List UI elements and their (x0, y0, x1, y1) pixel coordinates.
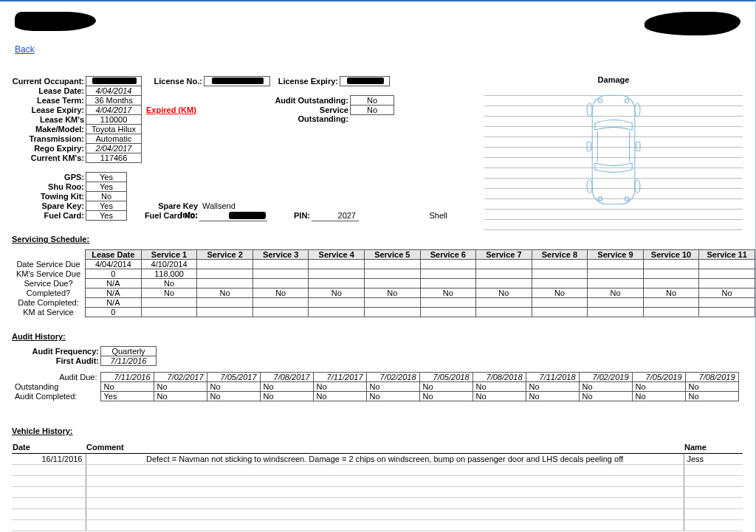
label-fuel-card: Fuel Card: (12, 211, 86, 221)
value-audit-outstanding: No (350, 95, 394, 106)
svg-rect-0 (592, 95, 635, 204)
value-lease-expiry: 4/04/2017 (86, 105, 142, 115)
value-pin: 2027 (312, 211, 359, 221)
svg-rect-11 (587, 142, 591, 151)
label-transmission: Transmission: (12, 134, 86, 144)
value-fuel-card: Yes (86, 210, 127, 221)
svg-point-7 (598, 99, 602, 103)
label-audit-freq: Audit Frequency: (12, 347, 100, 356)
label-fuel-card-no: Fuel Card No: (140, 211, 199, 221)
value-audit-freq: Quarterly (100, 346, 157, 356)
label-audit-outstanding: Audit Outstanding: (273, 96, 350, 106)
value-make-model: Toyota Hilux (86, 124, 142, 134)
label-license-no: License No.: (152, 77, 204, 86)
value-current-occupant (86, 76, 142, 86)
label-spare-key-info: Spare Key Info: (140, 201, 199, 211)
svg-point-4 (635, 103, 640, 117)
value-current-kms: 117466 (86, 153, 142, 163)
car-diagram-icon (580, 90, 647, 210)
value-towing-kit: No (86, 191, 127, 201)
svg-point-8 (625, 99, 628, 103)
label-license-expiry: License Expiry: (273, 77, 340, 86)
label-rego-expiry: Rego Expiry: (12, 144, 86, 153)
audit-title: Audit History: (12, 332, 739, 341)
value-spare-key: Yes (86, 201, 127, 211)
value-fuel-provider: Shell (359, 211, 447, 221)
value-lease-kms: 110000 (86, 114, 142, 125)
label-current-kms: Current KM's: (12, 153, 86, 163)
value-gps: Yes (86, 172, 127, 182)
value-license-expiry (340, 76, 390, 86)
value-lease-date: 4/04/2014 (86, 86, 142, 96)
svg-point-6 (635, 180, 640, 193)
label-towing-kit: Towing Kit: (12, 192, 86, 201)
svg-point-9 (598, 197, 602, 201)
servicing-title: Servicing Schedule: (12, 235, 755, 243)
value-license-no (204, 76, 270, 86)
vehicle-history-title: Vehicle History: (12, 426, 743, 435)
svg-rect-12 (636, 142, 640, 151)
value-transmission: Automatic (86, 134, 142, 144)
value-lease-term: 36 Months (86, 95, 142, 106)
value-shu-roo: Yes (86, 182, 127, 192)
value-service-outstanding: No (350, 105, 394, 115)
value-first-audit: 7/11/2016 (100, 356, 157, 366)
value-fuel-card-no (199, 211, 267, 221)
label-lease-term: Lease Term: (12, 96, 86, 106)
svg-point-10 (625, 197, 628, 201)
label-service-outstanding: Service Outstanding: (273, 106, 350, 115)
servicing-grid: Lease DateService 1Service 2Service 3Ser… (12, 249, 755, 317)
label-shu-roo: Shu Roo: (12, 182, 86, 192)
label-lease-kms: Lease KM's (12, 115, 86, 125)
label-lease-expiry: Lease Expiry: (12, 106, 86, 115)
label-first-audit: First Audit: (12, 356, 100, 366)
label-gps: GPS: (12, 173, 86, 182)
label-pin: PIN: (267, 211, 312, 221)
label-lease-date: Lease Date: (12, 86, 86, 96)
redacted-logo-right (645, 12, 740, 35)
svg-point-5 (587, 180, 592, 193)
label-current-occupant: Current Occupant: (12, 77, 86, 86)
svg-point-3 (587, 103, 592, 117)
value-rego-expiry: 2/04/2017 (86, 143, 142, 153)
audit-grid: Audit Due:7/11/20167/02/20177/05/20177/0… (12, 372, 739, 401)
redacted-logo-left (15, 12, 96, 31)
back-link[interactable]: Back (15, 44, 35, 55)
label-spare-key: Spare Key: (12, 201, 86, 211)
vehicle-history-grid: DateCommentName16/11/2016Defect = Navman… (12, 441, 743, 531)
value-spare-key-info: Wallsend (199, 201, 247, 212)
damage-title: Damage (484, 75, 743, 84)
label-make-model: Make/Model: (12, 125, 86, 134)
